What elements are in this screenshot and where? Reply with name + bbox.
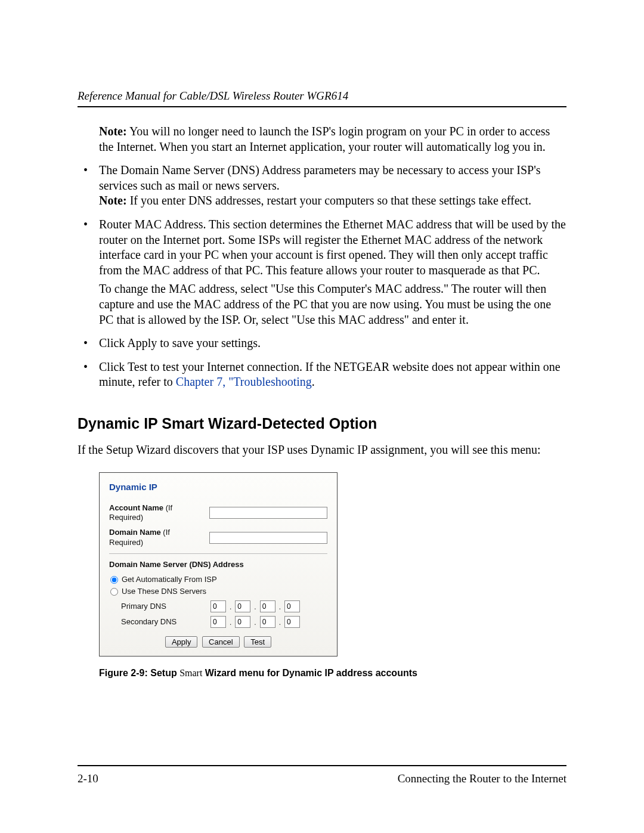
list-item: Click Test to test your Internet connect…: [78, 360, 566, 390]
secondary-dns-label: Secondary DNS: [121, 617, 210, 627]
account-name-input[interactable]: [209, 507, 327, 519]
note-text: You will no longer need to launch the IS…: [99, 125, 550, 153]
list-text: To change the MAC address, select "Use t…: [99, 282, 551, 326]
page-number: 2-10: [78, 772, 98, 785]
primary-dns-octet-4[interactable]: [284, 600, 300, 612]
panel-buttons: Apply Cancel Test: [109, 636, 327, 648]
section-intro: If the Setup Wizard discovers that your …: [78, 442, 566, 458]
dns-auto-label: Get Automatically From ISP: [122, 575, 217, 585]
list-item: Click Apply to save your settings.: [78, 336, 566, 351]
figure-caption: Figure 2-9: Setup Smart Wizard menu for …: [99, 667, 566, 679]
section-heading: Dynamic IP Smart Wizard-Detected Option: [78, 414, 566, 433]
secondary-dns-octet-3[interactable]: [260, 616, 275, 628]
primary-dns-label: Primary DNS: [121, 602, 210, 612]
primary-dns-octet-2[interactable]: [235, 600, 250, 612]
secondary-dns-row: Secondary DNS . . .: [121, 616, 327, 628]
note-label: Note:: [99, 194, 127, 207]
dot-icon: .: [230, 603, 231, 612]
account-name-label: Account Name (If Required): [109, 503, 205, 523]
secondary-dns-octets: . . .: [210, 616, 300, 628]
panel-separator: [109, 553, 327, 554]
running-header: Reference Manual for Cable/DSL Wireless …: [78, 89, 566, 103]
list-text: Router MAC Address. This section determi…: [99, 218, 566, 277]
dot-icon: .: [279, 603, 281, 612]
dns-heading: Domain Name Server (DNS) Address: [109, 560, 327, 570]
panel-title: Dynamic IP: [109, 481, 327, 493]
dns-auto-radio[interactable]: [110, 576, 118, 584]
list-text: The Domain Name Server (DNS) Address par…: [99, 163, 541, 192]
test-button[interactable]: Test: [244, 636, 271, 648]
primary-dns-octets: . . .: [210, 600, 300, 612]
note-text: If you enter DNS addresses, restart your…: [127, 194, 531, 207]
bullet-list: The Domain Name Server (DNS) Address par…: [78, 163, 566, 390]
note-label: Note:: [99, 125, 127, 138]
secondary-dns-octet-4[interactable]: [284, 616, 300, 628]
label-bold: Account Name: [109, 503, 163, 512]
list-text: Click Apply to save your settings.: [99, 336, 261, 349]
chapter-title: Connecting the Router to the Internet: [398, 772, 566, 785]
dot-icon: .: [254, 603, 256, 612]
header-rule: [78, 106, 566, 107]
dot-icon: .: [279, 618, 281, 628]
secondary-dns-octet-1[interactable]: [210, 616, 226, 628]
dynamic-ip-panel: Dynamic IP Account Name (If Required) Do…: [99, 472, 338, 657]
dot-icon: .: [254, 618, 256, 628]
figure-wrapper: Dynamic IP Account Name (If Required) Do…: [99, 472, 566, 680]
page-footer: 2-10 Connecting the Router to the Intern…: [78, 765, 566, 785]
list-item: The Domain Name Server (DNS) Address par…: [78, 163, 566, 209]
dns-manual-label: Use These DNS Servers: [122, 587, 206, 597]
footer-rule: [78, 765, 566, 766]
domain-name-input[interactable]: [209, 532, 327, 544]
body-content: Note: You will no longer need to launch …: [78, 124, 566, 680]
caption-suffix: Wizard menu for Dynamic IP address accou…: [202, 668, 417, 678]
document-page: Reference Manual for Cable/DSL Wireless …: [0, 0, 644, 833]
caption-prefix: Figure 2-9: Setup: [99, 668, 179, 678]
cancel-button[interactable]: Cancel: [202, 636, 239, 648]
dot-icon: .: [230, 618, 231, 628]
list-text: .: [312, 375, 315, 388]
secondary-dns-octet-2[interactable]: [235, 616, 250, 628]
apply-button[interactable]: Apply: [165, 636, 198, 648]
account-name-row: Account Name (If Required): [109, 503, 327, 523]
list-text: Click Test to test your Internet connect…: [99, 360, 561, 389]
domain-name-row: Domain Name (If Required): [109, 528, 327, 547]
caption-mid: Smart: [179, 668, 202, 678]
dns-auto-row[interactable]: Get Automatically From ISP: [110, 575, 327, 585]
label-bold: Domain Name: [109, 528, 161, 537]
primary-dns-octet-1[interactable]: [210, 600, 226, 612]
primary-dns-octet-3[interactable]: [260, 600, 275, 612]
note-paragraph: Note: You will no longer need to launch …: [78, 124, 566, 154]
troubleshooting-link[interactable]: Chapter 7, "Troubleshooting: [176, 375, 312, 388]
primary-dns-row: Primary DNS . . .: [121, 600, 327, 612]
list-item: Router MAC Address. This section determi…: [78, 217, 566, 327]
domain-name-label: Domain Name (If Required): [109, 528, 205, 547]
dns-manual-row[interactable]: Use These DNS Servers: [110, 587, 327, 597]
dns-manual-radio[interactable]: [110, 588, 118, 596]
